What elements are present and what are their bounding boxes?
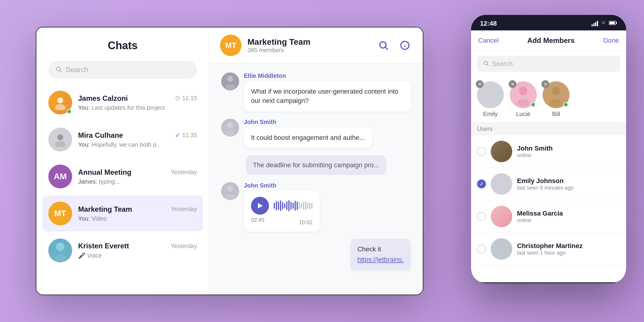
user-avatar-emily	[491, 173, 512, 195]
remove-bill-button[interactable]: ✕	[541, 80, 549, 88]
message-avatar-john-voice	[221, 182, 239, 200]
remove-lucie-button[interactable]: ✕	[509, 80, 516, 88]
tick-icon: ✓	[175, 131, 180, 139]
phone-search-bar[interactable]: Search	[477, 56, 620, 72]
user-avatar-melissa	[491, 206, 512, 227]
user-info-john: John Smith online	[517, 145, 620, 159]
done-button[interactable]: Done	[603, 37, 619, 44]
chat-item-marketing[interactable]: MT Marketing Team Yesterday You: Video	[42, 196, 203, 231]
chat-header-avatar: MT	[220, 35, 242, 56]
svg-point-16	[227, 76, 233, 82]
system-bubble: The deadline for submitting campaign pro…	[246, 155, 386, 175]
chat-item-james[interactable]: James Calzoni 11:15 You: Last updates fo…	[42, 85, 203, 120]
user-list-item-christopher[interactable]: Christopher Martinez last seen 1 hour ag…	[471, 233, 626, 265]
user-avatar-christopher	[491, 238, 512, 260]
user-name-emily: Emily Johnson	[517, 177, 620, 185]
chat-header-info: Marketing Team 395 members	[247, 37, 310, 54]
user-info-christopher: Christopher Martinez last seen 1 hour ag…	[517, 242, 620, 256]
chat-preview: 🎤 Voice	[78, 252, 197, 259]
avatar-lucie: ✕	[510, 81, 537, 108]
chat-preview: You: Hopefully, we can both p..	[78, 141, 197, 148]
chat-info-annual: Annual Meeting Yesterday James: typing..…	[78, 168, 197, 185]
message-content-john-voice: John Smith	[244, 182, 320, 232]
wifi-icon	[600, 21, 606, 27]
user-status-emily: last seen 5 minutes ago	[517, 185, 620, 191]
user-radio-emily[interactable]: ✓	[477, 179, 486, 188]
chat-info-kristen: Kristen Everett Yesterday 🎤 Voice	[78, 242, 197, 259]
user-name-john: John Smith	[517, 145, 620, 152]
search-bar[interactable]: Search	[48, 61, 197, 79]
checkmark-icon: ✓	[479, 181, 484, 187]
user-radio-christopher[interactable]	[477, 244, 486, 253]
svg-rect-26	[616, 22, 617, 24]
svg-point-35	[550, 99, 562, 107]
cancel-button[interactable]: Cancel	[478, 37, 499, 44]
phone-status-icons	[592, 21, 617, 27]
signal-bars-icon	[592, 21, 598, 26]
message-bubble-john1: It could boost engagement and authe...	[244, 127, 372, 148]
chat-time: 11:15	[175, 95, 197, 102]
svg-point-19	[227, 122, 233, 128]
user-radio-melissa[interactable]	[477, 212, 486, 221]
sidebar: Chats Search	[36, 27, 209, 295]
chat-item-annual[interactable]: AM Annual Meeting Yesterday James: typin…	[42, 159, 203, 194]
phone-search-icon	[483, 60, 489, 67]
user-info-emily: Emily Johnson last seen 5 minutes ago	[517, 177, 620, 191]
message-avatar-john1	[221, 119, 239, 137]
user-radio-john[interactable]	[477, 147, 486, 156]
online-indicator	[67, 109, 72, 114]
chat-item-mira[interactable]: Mira Culhane ✓ 11:35 You: Hopefully, we …	[42, 122, 203, 157]
user-list-item-melissa[interactable]: Melissa Garcia online	[471, 200, 626, 233]
message-john1: John Smith It could boost engagement and…	[221, 119, 411, 148]
message-john-voice: John Smith	[221, 182, 411, 232]
play-button[interactable]	[251, 197, 269, 215]
info-header-icon[interactable]	[398, 38, 412, 52]
user-avatar-john	[491, 141, 512, 162]
user-status-melissa: online	[517, 217, 620, 224]
lucie-online	[531, 102, 535, 107]
mic-icon: 🎤	[78, 252, 86, 259]
message-link: Check it https://jetbrains.	[221, 239, 411, 270]
chat-info-marketing: Marketing Team Yesterday You: Video	[78, 205, 197, 222]
battery-icon	[609, 21, 617, 27]
svg-point-2	[57, 97, 63, 103]
avatar-bill: ✕	[543, 81, 569, 108]
phone-nav: Cancel Add Members Done	[471, 30, 626, 51]
svg-rect-27	[609, 22, 615, 24]
svg-point-34	[552, 87, 560, 95]
avatar-mira	[48, 128, 72, 151]
chat-item-kristen[interactable]: Kristen Everett Yesterday 🎤 Voice	[42, 233, 203, 268]
avatar-emily: ✕	[477, 81, 504, 108]
user-list-item-john[interactable]: John Smith online	[471, 135, 626, 168]
emily-label: Emily	[483, 111, 498, 117]
message-sender-ellie: Ellie Middleton	[244, 72, 411, 79]
message-sender-john-voice: John Smith	[244, 182, 320, 189]
svg-point-20	[225, 130, 235, 137]
message-content-john1: John Smith It could boost engagement and…	[244, 119, 372, 148]
waveform	[274, 200, 312, 212]
user-status-christopher: last seen 1 hour ago	[517, 250, 620, 256]
chat-name: Kristen Everett	[78, 242, 129, 250]
chat-name: James Calzoni	[78, 94, 128, 103]
user-list-item-emily[interactable]: ✓ Emily Johnson last seen 5 minutes ago	[471, 168, 626, 200]
svg-line-1	[60, 70, 61, 72]
messages-area: Ellie Middleton What if we incorporate u…	[209, 64, 423, 295]
chat-info-mira: Mira Culhane ✓ 11:35 You: Hopefully, we …	[78, 131, 197, 148]
search-header-icon[interactable]	[376, 38, 391, 52]
avatar-kristen	[48, 239, 72, 262]
svg-point-0	[57, 67, 61, 71]
user-list: John Smith online ✓ Emily Johnson last s…	[471, 135, 626, 282]
svg-point-23	[225, 194, 235, 200]
user-name-melissa: Melissa Garcia	[517, 210, 620, 217]
remove-emily-button[interactable]: ✕	[476, 80, 484, 88]
chat-time: Yesterday	[171, 206, 197, 213]
selected-member-emily: ✕ Emily	[477, 81, 504, 117]
chat-preview: You: Video	[78, 215, 197, 222]
chat-header-left: MT Marketing Team 395 members	[220, 35, 310, 56]
desktop-window: Chats Search	[36, 27, 423, 295]
background: Chats Search	[0, 0, 644, 322]
message-bubble-ellie: What if we incorporate user-generated co…	[244, 81, 411, 112]
selected-member-bill: ✕ Bill	[543, 81, 569, 117]
message-system: The deadline for submitting campaign pro…	[221, 155, 411, 175]
avatar-annual: AM	[48, 165, 72, 188]
